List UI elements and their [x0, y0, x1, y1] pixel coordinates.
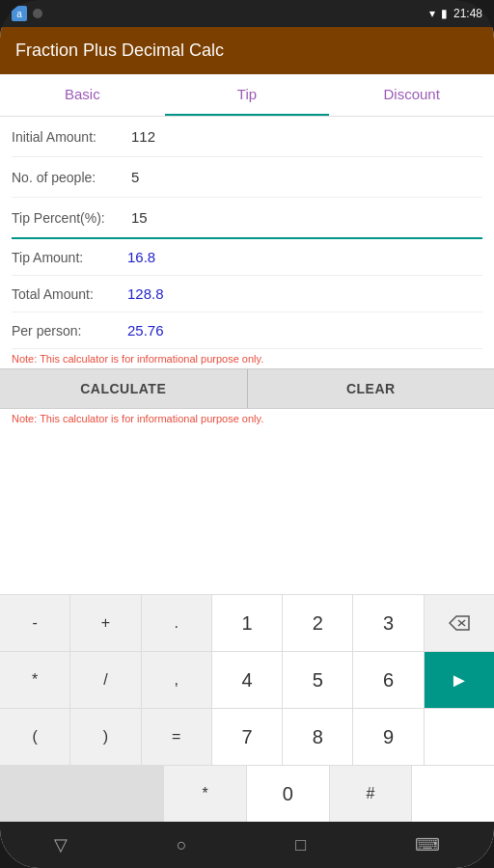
- key-comma[interactable]: ,: [142, 652, 212, 708]
- per-person-value: 25.76: [127, 322, 164, 339]
- key-multiply[interactable]: *: [0, 652, 70, 708]
- app-header: Fraction Plus Decimal Calc: [0, 27, 494, 74]
- nav-recents[interactable]: □: [295, 835, 306, 855]
- tip-amount-value: 16.8: [127, 249, 155, 265]
- note2-text: Note: This calculator is for information…: [0, 409, 494, 428]
- key-5[interactable]: 5: [283, 652, 353, 708]
- clear-button[interactable]: CLEAR: [247, 369, 495, 408]
- app-title: Fraction Plus Decimal Calc: [15, 41, 479, 61]
- key-empty2: [412, 766, 494, 822]
- calculate-button[interactable]: CALCULATE: [0, 369, 247, 408]
- key-equals[interactable]: =: [142, 709, 212, 765]
- num-people-row: No. of people:: [12, 157, 482, 198]
- key-7[interactable]: 7: [212, 709, 283, 765]
- nav-keyboard[interactable]: ⌨: [415, 834, 440, 855]
- battery-icon: ▮: [441, 7, 448, 20]
- keypad-row-1: - + . 1 2 3: [0, 595, 494, 652]
- key-divide[interactable]: /: [70, 652, 141, 708]
- tip-percent-label: Tip Percent(%):: [12, 210, 127, 226]
- total-amount-label: Total Amount:: [12, 286, 127, 302]
- device: a ▾ ▮ 21:48 Fraction Plus Decimal Calc B…: [0, 0, 494, 868]
- nav-home[interactable]: ○: [177, 835, 187, 855]
- key-6[interactable]: 6: [353, 652, 424, 708]
- keypad-row-2: * / , 4 5 6 ►: [0, 652, 494, 709]
- key-next[interactable]: ►: [425, 652, 494, 708]
- keypad-row-3: ( ) = 7 8 9: [0, 709, 494, 766]
- key-open-paren[interactable]: (: [0, 709, 70, 765]
- tip-amount-label: Tip Amount:: [12, 250, 127, 265]
- key-1[interactable]: 1: [212, 595, 283, 651]
- wifi-icon: ▾: [429, 7, 435, 20]
- key-backspace[interactable]: [425, 595, 494, 651]
- content-area: Initial Amount: No. of people: Tip Perce…: [0, 117, 494, 594]
- key-hash[interactable]: #: [330, 766, 413, 822]
- initial-amount-input[interactable]: [127, 126, 482, 147]
- screen: Fraction Plus Decimal Calc Basic Tip Dis…: [0, 27, 494, 868]
- key-plus[interactable]: +: [70, 595, 141, 651]
- key-4[interactable]: 4: [212, 652, 283, 708]
- per-person-label: Per person:: [12, 323, 127, 339]
- note-text: Note: This calculator is for information…: [0, 349, 494, 368]
- app2-icon: [33, 9, 42, 18]
- key-minus[interactable]: -: [0, 595, 70, 651]
- key-8[interactable]: 8: [283, 709, 353, 765]
- keypad-row-4: * 0 #: [0, 766, 494, 822]
- tab-bar: Basic Tip Discount: [0, 74, 494, 117]
- keypad: - + . 1 2 3 * / , 4 5: [0, 594, 494, 822]
- status-left: a: [12, 6, 42, 21]
- per-person-row: Per person: 25.76: [12, 312, 482, 349]
- key-2[interactable]: 2: [283, 595, 353, 651]
- key-3[interactable]: 3: [353, 595, 424, 651]
- key-empty: [425, 709, 494, 765]
- action-buttons: CALCULATE CLEAR: [0, 368, 494, 409]
- nav-back[interactable]: ▽: [54, 834, 68, 855]
- form-section: Initial Amount: No. of people: Tip Perce…: [0, 117, 494, 349]
- initial-amount-row: Initial Amount:: [12, 117, 482, 157]
- total-amount-row: Total Amount: 128.8: [12, 276, 482, 312]
- num-people-label: No. of people:: [12, 170, 127, 185]
- app1-icon: a: [12, 6, 27, 21]
- total-amount-value: 128.8: [127, 285, 164, 302]
- tab-tip[interactable]: Tip: [165, 74, 330, 116]
- key-dot[interactable]: .: [142, 595, 212, 651]
- initial-amount-label: Initial Amount:: [12, 129, 127, 145]
- tip-percent-input[interactable]: [127, 207, 482, 228]
- key-wide-spacebar[interactable]: [0, 766, 164, 822]
- num-people-input[interactable]: [127, 167, 482, 187]
- status-right: ▾ ▮ 21:48: [429, 7, 482, 20]
- tab-basic[interactable]: Basic: [0, 74, 165, 116]
- key-9[interactable]: 9: [353, 709, 424, 765]
- nav-bar: ▽ ○ □ ⌨: [0, 822, 494, 868]
- key-close-paren[interactable]: ): [70, 709, 141, 765]
- clock: 21:48: [453, 7, 482, 20]
- tip-amount-row: Tip Amount: 16.8: [12, 239, 482, 276]
- tab-discount[interactable]: Discount: [329, 74, 494, 116]
- status-bar: a ▾ ▮ 21:48: [0, 0, 494, 27]
- key-asterisk[interactable]: *: [164, 766, 247, 822]
- tip-percent-row: Tip Percent(%):: [12, 198, 482, 239]
- key-0[interactable]: 0: [247, 766, 330, 822]
